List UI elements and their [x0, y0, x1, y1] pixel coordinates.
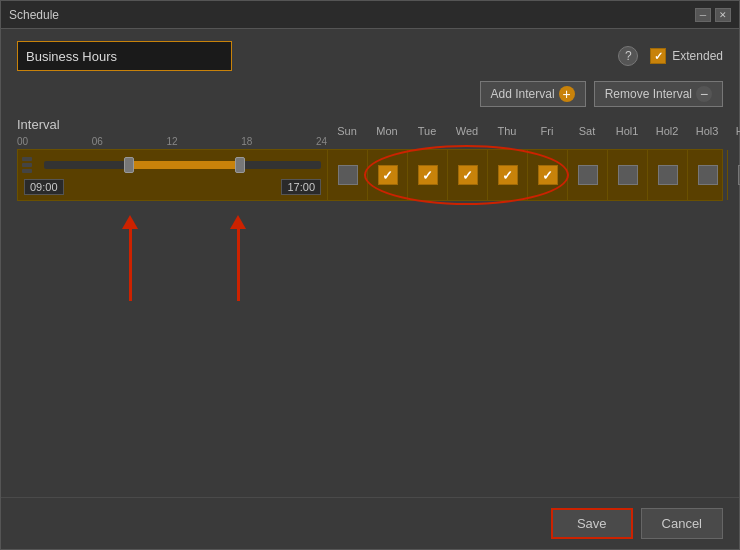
- time-12: 12: [166, 136, 177, 147]
- arrow-left: [122, 215, 138, 301]
- day-cell-wed: [448, 150, 488, 200]
- interval-col-header: Interval 00 06 12 18 24: [17, 117, 327, 149]
- interval-header-label: Interval: [17, 117, 327, 136]
- grid-body: 09:00 17:00: [17, 149, 723, 201]
- day-cell-hol1: [608, 150, 648, 200]
- arrows-area: [17, 215, 723, 305]
- day-cell-thu: [488, 150, 528, 200]
- day-checkbox-sun[interactable]: [338, 165, 358, 185]
- top-right: ? Extended: [618, 46, 723, 66]
- slider-fill: [127, 161, 238, 169]
- grid-header: Interval 00 06 12 18 24 Sun Mon Tue Wed …: [17, 117, 723, 149]
- day-cells: [328, 150, 740, 200]
- arrow-right: [230, 215, 246, 301]
- day-header-sat: Sat: [567, 125, 607, 141]
- end-time-label: 17:00: [281, 179, 321, 195]
- day-header-tue: Tue: [407, 125, 447, 141]
- close-button[interactable]: ✕: [715, 8, 731, 22]
- dot1: [22, 157, 32, 161]
- interval-controls: Add Interval + Remove Interval −: [17, 81, 723, 107]
- day-header-hol3: Hol3: [687, 125, 727, 141]
- add-icon: +: [559, 86, 575, 102]
- day-cell-hol3: [688, 150, 728, 200]
- day-cell-sun: [328, 150, 368, 200]
- time-axis: 00 06 12 18 24: [17, 136, 327, 149]
- day-header-hol4: Hol4: [727, 125, 740, 141]
- slider-thumb-right[interactable]: [235, 157, 245, 173]
- day-header-thu: Thu: [487, 125, 527, 141]
- interval-section: 09:00 17:00: [18, 150, 328, 200]
- day-cell-mon: [368, 150, 408, 200]
- day-checkbox-mon[interactable]: [378, 165, 398, 185]
- day-checkbox-tue[interactable]: [418, 165, 438, 185]
- day-header-hol2: Hol2: [647, 125, 687, 141]
- dot2: [22, 163, 32, 167]
- minimize-button[interactable]: ─: [695, 8, 711, 22]
- day-checkbox-sat[interactable]: [578, 165, 598, 185]
- extended-row: Extended: [650, 48, 723, 64]
- day-cell-sat: [568, 150, 608, 200]
- start-time-label: 09:00: [24, 179, 64, 195]
- help-button[interactable]: ?: [618, 46, 638, 66]
- day-header-mon: Mon: [367, 125, 407, 141]
- day-cell-fri: [528, 150, 568, 200]
- time-18: 18: [241, 136, 252, 147]
- save-button[interactable]: Save: [551, 508, 633, 539]
- schedule-name-input[interactable]: [17, 41, 232, 71]
- remove-icon: −: [696, 86, 712, 102]
- title-bar: Schedule ─ ✕: [1, 1, 739, 29]
- add-interval-label: Add Interval: [491, 87, 555, 101]
- day-header-sun: Sun: [327, 125, 367, 141]
- day-checkbox-hol3[interactable]: [698, 165, 718, 185]
- day-checkbox-hol2[interactable]: [658, 165, 678, 185]
- cancel-button[interactable]: Cancel: [641, 508, 723, 539]
- arrow-left-head: [122, 215, 138, 229]
- time-24: 24: [316, 136, 327, 147]
- arrow-right-head: [230, 215, 246, 229]
- dots-col: [22, 157, 38, 173]
- time-6: 06: [92, 136, 103, 147]
- slider-thumb-left[interactable]: [124, 157, 134, 173]
- remove-interval-label: Remove Interval: [605, 87, 692, 101]
- day-checkbox-wed[interactable]: [458, 165, 478, 185]
- day-checkbox-fri[interactable]: [538, 165, 558, 185]
- day-cell-hol4: [728, 150, 740, 200]
- arrow-right-line: [237, 229, 240, 301]
- remove-interval-button[interactable]: Remove Interval −: [594, 81, 723, 107]
- extended-checkbox[interactable]: [650, 48, 666, 64]
- day-checkbox-thu[interactable]: [498, 165, 518, 185]
- add-interval-button[interactable]: Add Interval +: [480, 81, 586, 107]
- footer: Save Cancel: [1, 497, 739, 549]
- schedule-grid: Interval 00 06 12 18 24 Sun Mon Tue Wed …: [17, 117, 723, 201]
- schedule-window: Schedule ─ ✕ ? Extended Add Interval +: [0, 0, 740, 550]
- day-cell-tue: [408, 150, 448, 200]
- days-section: [328, 150, 740, 200]
- day-cell-hol2: [648, 150, 688, 200]
- extended-label: Extended: [672, 49, 723, 63]
- day-headers: Sun Mon Tue Wed Thu Fri Sat Hol1 Hol2 Ho…: [327, 125, 740, 141]
- day-header-wed: Wed: [447, 125, 487, 141]
- time-0: 00: [17, 136, 28, 147]
- content-area: ? Extended Add Interval + Remove Interva…: [1, 29, 739, 497]
- day-section-wrapper: [328, 150, 740, 200]
- day-header-fri: Fri: [527, 125, 567, 141]
- day-header-hol1: Hol1: [607, 125, 647, 141]
- title-bar-controls: ─ ✕: [695, 8, 731, 22]
- arrow-left-line: [129, 229, 132, 301]
- slider-track[interactable]: [44, 161, 321, 169]
- time-labels-row: 09:00 17:00: [22, 178, 323, 196]
- window-title: Schedule: [9, 8, 695, 22]
- dot3: [22, 169, 32, 173]
- top-row: ? Extended: [17, 41, 723, 71]
- day-checkbox-hol1[interactable]: [618, 165, 638, 185]
